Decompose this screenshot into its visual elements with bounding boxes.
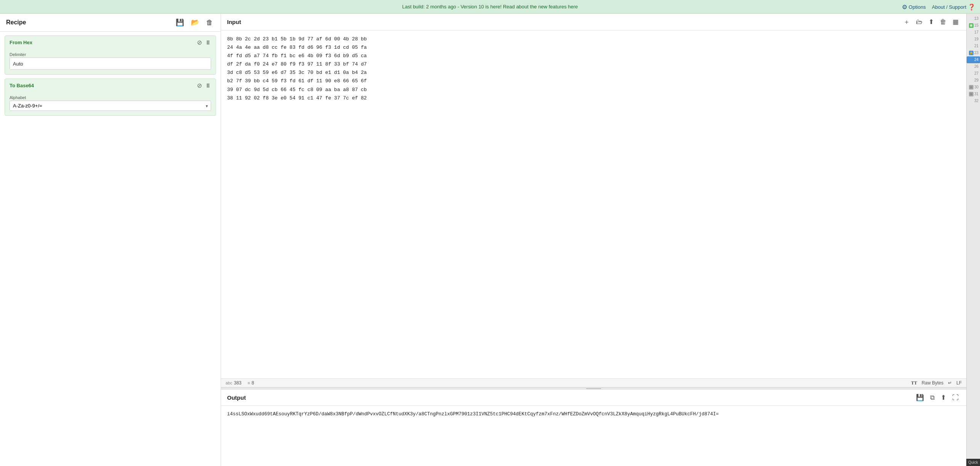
- line-ending-label[interactable]: LF: [956, 380, 962, 386]
- char-count-badge: abc 383: [226, 380, 242, 386]
- main-layout: Recipe 💾 📂 🗑 From Hex ⊘ ⏸ Delimiter: [0, 14, 980, 466]
- line-26: 26: [967, 63, 980, 70]
- op-from-hex-title: From Hex: [10, 40, 32, 45]
- right-sidebar: 13 ▦15 17 19 21 🔒23 24 26 27 29 ▦30 ▦31 …: [966, 14, 980, 466]
- input-tabs-button[interactable]: ▦: [951, 17, 960, 27]
- line-15-icon: ▦: [969, 23, 974, 28]
- output-expand-button[interactable]: ⬆: [939, 393, 948, 402]
- input-actions: ＋ 🗁 ⬆ 🗑 ▦: [902, 17, 960, 27]
- op-to-base64-controls: ⊘ ⏸: [197, 82, 211, 89]
- recipe-delete-button[interactable]: 🗑: [205, 18, 215, 27]
- op-from-hex-pause[interactable]: ⏸: [205, 39, 211, 46]
- top-right-nav: ⚙ Options About / Support ❓: [902, 3, 975, 10]
- options-label: Options: [909, 4, 926, 10]
- line-27: 27: [967, 70, 980, 77]
- char-count: 383: [234, 380, 242, 386]
- line-29: 29: [967, 77, 980, 84]
- output-copy-button[interactable]: ⧉: [929, 393, 936, 402]
- delimiter-value[interactable]: Auto: [10, 58, 211, 70]
- top-banner: Last build: 2 months ago - Version 10 is…: [0, 0, 980, 14]
- options-button[interactable]: ⚙ Options: [902, 3, 926, 10]
- line-30: ▦30: [967, 84, 980, 91]
- recipe-title: Recipe: [6, 19, 26, 26]
- recipe-open-button[interactable]: 📂: [189, 18, 201, 27]
- op-from-hex: From Hex ⊘ ⏸ Delimiter Auto: [5, 35, 216, 75]
- input-header: Input ＋ 🗁 ⬆ 🗑 ▦: [221, 14, 966, 30]
- recipe-actions: 💾 📂 🗑: [174, 18, 215, 27]
- op-from-hex-controls: ⊘ ⏸: [197, 39, 211, 46]
- line-31: ▦31: [967, 91, 980, 98]
- output-actions: 💾 ⧉ ⬆ ⛶: [914, 393, 960, 402]
- line-24: 24: [967, 56, 980, 63]
- line-32: 32: [967, 98, 980, 104]
- input-paste-button[interactable]: ⬆: [927, 17, 935, 27]
- alphabet-label: Alphabet: [10, 95, 211, 100]
- recipe-header: Recipe 💾 📂 🗑: [0, 14, 221, 32]
- line-31-icon: ▦: [969, 92, 974, 96]
- input-clear-button[interactable]: 🗑: [938, 18, 948, 27]
- line-30-icon: ▦: [969, 85, 974, 90]
- input-add-button[interactable]: ＋: [902, 17, 911, 27]
- delimiter-label: Delimiter: [10, 52, 211, 57]
- recipe-save-button[interactable]: 💾: [174, 18, 186, 27]
- status-left: abc 383 ≡ 8: [226, 380, 254, 386]
- recipe-operations: From Hex ⊘ ⏸ Delimiter Auto To Base64 ⊘: [0, 32, 221, 120]
- lines-icon: ≡: [248, 381, 250, 385]
- alphabet-select-wrap: A-Za-z0-9+/= A-Za-z0-9-_ ▾: [10, 101, 211, 111]
- line-ending-icon: ↵: [948, 380, 952, 386]
- status-right: 𝐓𝐓 Raw Bytes ↵ LF: [911, 380, 962, 386]
- abc-icon: abc: [226, 381, 232, 385]
- op-to-base64-body: Alphabet A-Za-z0-9+/= A-Za-z0-9-_ ▾: [5, 92, 216, 115]
- op-to-base64-disable[interactable]: ⊘: [197, 82, 202, 89]
- output-header: Output 💾 ⧉ ⬆ ⛶: [221, 390, 966, 406]
- input-open-button[interactable]: 🗁: [914, 18, 924, 27]
- format-icon: 𝐓𝐓: [911, 380, 917, 386]
- op-from-hex-body: Delimiter Auto: [5, 49, 216, 74]
- input-statusbar: abc 383 ≡ 8 𝐓𝐓 Raw Bytes ↵ LF: [221, 378, 966, 387]
- line-23-icon: 🔒: [969, 51, 974, 55]
- op-to-base64-pause[interactable]: ⏸: [205, 82, 211, 89]
- op-to-base64-header: To Base64 ⊘ ⏸: [5, 79, 216, 92]
- line-15: ▦15: [967, 22, 980, 29]
- line-count-badge: ≡ 8: [248, 380, 254, 386]
- format-label[interactable]: Raw Bytes: [922, 380, 943, 386]
- help-icon: ❓: [968, 3, 975, 10]
- input-content[interactable]: 8b 8b 2c 2d 23 b1 5b 1b 9d 77 af 6d 00 4…: [221, 30, 966, 378]
- output-content[interactable]: i4ssLSOxWxudd69tAEsouyRKTqrYzP6D/daW8x3N…: [221, 406, 966, 466]
- input-section: Input ＋ 🗁 ⬆ 🗑 ▦ 8b 8b 2c 2d 23 b1 5b 1b …: [221, 14, 966, 388]
- op-to-base64: To Base64 ⊘ ⏸ Alphabet A-Za-z0-9+/= A-Za…: [5, 78, 216, 116]
- line-21: 21: [967, 43, 980, 50]
- line-23: 🔒23: [967, 50, 980, 56]
- line-count: 8: [251, 380, 254, 386]
- about-button[interactable]: About / Support ❓: [932, 3, 975, 10]
- op-from-hex-disable[interactable]: ⊘: [197, 39, 202, 46]
- output-save-button[interactable]: 💾: [914, 393, 926, 402]
- banner-text: Last build: 2 months ago - Version 10 is…: [5, 4, 975, 10]
- output-title: Output: [227, 394, 246, 401]
- input-title: Input: [227, 19, 241, 25]
- line-17: 17: [967, 29, 980, 36]
- quick-panel[interactable]: Quick: [966, 459, 980, 466]
- line-19: 19: [967, 36, 980, 43]
- gear-icon: ⚙: [902, 3, 907, 10]
- output-fullscreen-button[interactable]: ⛶: [951, 393, 960, 402]
- alphabet-select[interactable]: A-Za-z0-9+/= A-Za-z0-9-_: [10, 101, 211, 111]
- op-from-hex-header: From Hex ⊘ ⏸: [5, 36, 216, 49]
- output-section: Output 💾 ⧉ ⬆ ⛶ i4ssLSOxWxudd69tAEsouyRKT…: [221, 390, 966, 466]
- recipe-panel: Recipe 💾 📂 🗑 From Hex ⊘ ⏸ Delimiter: [0, 14, 221, 466]
- about-label: About / Support: [932, 4, 966, 10]
- right-panel: Input ＋ 🗁 ⬆ 🗑 ▦ 8b 8b 2c 2d 23 b1 5b 1b …: [221, 14, 966, 466]
- op-to-base64-title: To Base64: [10, 83, 34, 88]
- line-13: 13: [967, 15, 980, 22]
